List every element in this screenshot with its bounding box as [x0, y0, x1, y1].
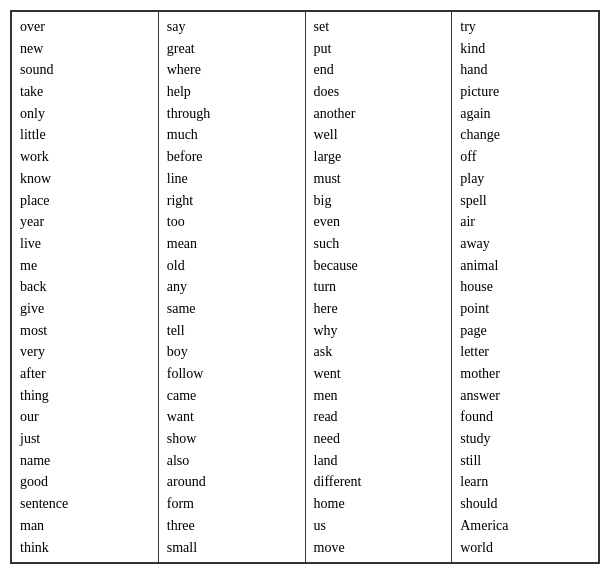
word-item: give — [20, 298, 150, 320]
word-item: think — [20, 537, 150, 559]
word-item: sound — [20, 59, 150, 81]
word-item: men — [314, 385, 444, 407]
word-item: place — [20, 190, 150, 212]
word-item: around — [167, 471, 297, 493]
word-item: thing — [20, 385, 150, 407]
word-item: away — [460, 233, 590, 255]
word-item: here — [314, 298, 444, 320]
word-item: live — [20, 233, 150, 255]
word-item: even — [314, 211, 444, 233]
word-item: house — [460, 276, 590, 298]
word-item: know — [20, 168, 150, 190]
word-item: our — [20, 406, 150, 428]
word-item: little — [20, 124, 150, 146]
word-item: again — [460, 103, 590, 125]
word-item: ask — [314, 341, 444, 363]
word-item: also — [167, 450, 297, 472]
word-column-4: trykindhandpictureagainchangeoffplayspel… — [452, 12, 598, 562]
word-item: must — [314, 168, 444, 190]
word-item: form — [167, 493, 297, 515]
word-item: put — [314, 38, 444, 60]
word-item: America — [460, 515, 590, 537]
word-item: try — [460, 16, 590, 38]
word-item: went — [314, 363, 444, 385]
word-item: big — [314, 190, 444, 212]
word-item: end — [314, 59, 444, 81]
word-item: different — [314, 471, 444, 493]
word-item: right — [167, 190, 297, 212]
word-item: another — [314, 103, 444, 125]
word-item: most — [20, 320, 150, 342]
word-item: does — [314, 81, 444, 103]
word-column-2: saygreatwherehelpthroughmuchbeforelineri… — [159, 12, 306, 562]
word-item: sentence — [20, 493, 150, 515]
word-item: old — [167, 255, 297, 277]
word-item: air — [460, 211, 590, 233]
word-item: small — [167, 537, 297, 559]
word-item: spell — [460, 190, 590, 212]
word-item: move — [314, 537, 444, 559]
word-item: mother — [460, 363, 590, 385]
word-item: tell — [167, 320, 297, 342]
word-item: should — [460, 493, 590, 515]
word-item: turn — [314, 276, 444, 298]
word-item: only — [20, 103, 150, 125]
word-item: change — [460, 124, 590, 146]
word-item: through — [167, 103, 297, 125]
word-table: overnewsoundtakeonlylittleworkknowplacey… — [10, 10, 600, 564]
word-item: three — [167, 515, 297, 537]
word-item: animal — [460, 255, 590, 277]
word-item: line — [167, 168, 297, 190]
word-item: same — [167, 298, 297, 320]
word-item: over — [20, 16, 150, 38]
word-item: before — [167, 146, 297, 168]
word-item: point — [460, 298, 590, 320]
word-item: man — [20, 515, 150, 537]
word-item: hand — [460, 59, 590, 81]
word-item: new — [20, 38, 150, 60]
word-item: study — [460, 428, 590, 450]
word-item: much — [167, 124, 297, 146]
word-item: follow — [167, 363, 297, 385]
word-item: mean — [167, 233, 297, 255]
word-item: page — [460, 320, 590, 342]
word-item: play — [460, 168, 590, 190]
word-item: year — [20, 211, 150, 233]
word-item: work — [20, 146, 150, 168]
word-item: read — [314, 406, 444, 428]
word-column-1: overnewsoundtakeonlylittleworkknowplacey… — [12, 12, 159, 562]
word-item: found — [460, 406, 590, 428]
word-item: land — [314, 450, 444, 472]
word-item: take — [20, 81, 150, 103]
word-item: say — [167, 16, 297, 38]
word-item: off — [460, 146, 590, 168]
word-item: show — [167, 428, 297, 450]
word-item: too — [167, 211, 297, 233]
word-item: any — [167, 276, 297, 298]
word-item: learn — [460, 471, 590, 493]
word-item: came — [167, 385, 297, 407]
word-item: good — [20, 471, 150, 493]
word-item: back — [20, 276, 150, 298]
word-item: great — [167, 38, 297, 60]
word-item: where — [167, 59, 297, 81]
word-item: just — [20, 428, 150, 450]
word-item: well — [314, 124, 444, 146]
word-item: us — [314, 515, 444, 537]
word-item: want — [167, 406, 297, 428]
word-item: picture — [460, 81, 590, 103]
word-item: still — [460, 450, 590, 472]
word-item: world — [460, 537, 590, 559]
word-item: after — [20, 363, 150, 385]
word-item: help — [167, 81, 297, 103]
word-item: because — [314, 255, 444, 277]
word-item: answer — [460, 385, 590, 407]
word-item: boy — [167, 341, 297, 363]
word-item: me — [20, 255, 150, 277]
word-column-3: setputenddoesanotherwelllargemustbigeven… — [306, 12, 453, 562]
word-item: home — [314, 493, 444, 515]
word-item: need — [314, 428, 444, 450]
word-item: large — [314, 146, 444, 168]
word-item: set — [314, 16, 444, 38]
word-item: such — [314, 233, 444, 255]
